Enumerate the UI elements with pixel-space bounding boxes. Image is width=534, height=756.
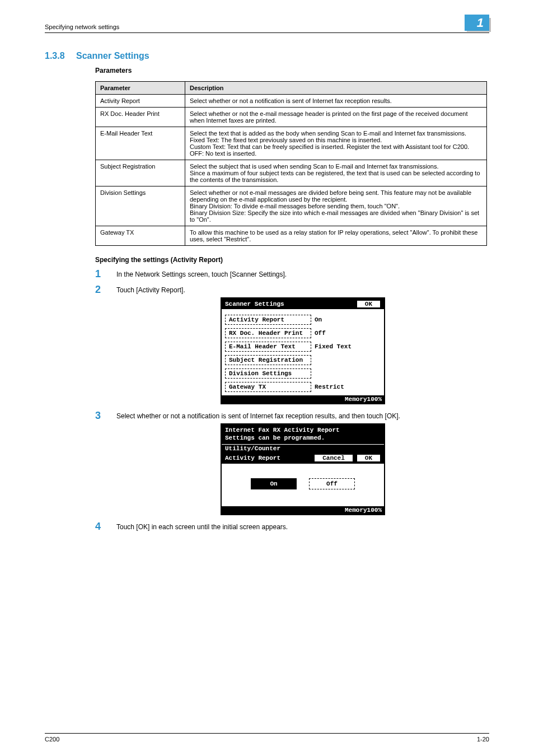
page-footer: C200 1-20 [45,733,489,743]
ss1-memory: Memory100% [222,395,384,403]
ss1-rx-doc-header-button[interactable]: RX Doc. Header Print [225,328,311,338]
section-number: 1.3.8 [45,51,65,60]
ss2-memory: Memory100% [222,506,384,514]
ss2-msg2: Settings can be programmed. [225,434,381,442]
ss2-utility: Utility/Counter [222,444,384,452]
screenshot-activity-report: Internet Fax RX Activity Report Settings… [221,423,385,515]
step-1: In the Network Settings screen, touch [S… [95,270,489,278]
table-row: E-Mail Header TextSelect the text that i… [96,127,487,160]
ss1-email-header-value: Fixed Text [315,343,352,350]
table-row: RX Doc. Header PrintSelect whether or no… [96,108,487,127]
procedure-heading: Specifying the settings (Activity Report… [95,256,489,264]
footer-model: C200 [45,736,59,743]
parameters-heading: Parameters [95,67,489,74]
ss1-activity-report-button[interactable]: Activity Report [225,315,311,325]
parameters-table: Parameter Description Activity ReportSel… [95,81,487,246]
th-parameter: Parameter [96,82,185,95]
ss1-activity-report-value: On [315,316,322,323]
step-4: Touch [OK] in each screen until the init… [95,523,489,531]
th-description: Description [185,82,487,95]
table-row: Division SettingsSelect whether or not e… [96,186,487,226]
ss1-email-header-button[interactable]: E-Mail Header Text [225,342,311,352]
ss2-ok-button[interactable]: OK [357,454,381,462]
ss2-on-button[interactable]: On [251,478,297,489]
ss2-off-button[interactable]: Off [309,478,355,489]
running-head-text: Specifying network settings [45,24,119,30]
ss2-msg1: Internet Fax RX Activity Report [225,426,381,434]
ss2-bar-label: Activity Report [225,455,311,461]
step-3: Select whether or not a notification is … [95,412,489,515]
section-heading: 1.3.8 Scanner Settings [45,51,489,61]
ss1-rx-doc-header-value: Off [315,330,326,337]
running-header: Specifying network settings 1 [45,16,489,33]
table-row: Activity ReportSelect whether or not a n… [96,95,487,108]
ss1-division-button[interactable]: Division Settings [225,368,311,379]
table-row: Subject RegistrationSelect the subject t… [96,160,487,186]
footer-page: 1-20 [477,736,489,743]
ss1-subject-reg-button[interactable]: Subject Registration [225,355,311,365]
screenshot-scanner-settings: Scanner Settings OK Activity ReportOn RX… [221,297,385,404]
ss2-cancel-button[interactable]: Cancel [314,454,353,462]
table-row: Gateway TXTo allow this machine to be us… [96,226,487,246]
ss1-gateway-tx-value: Restrict [315,384,344,390]
ss1-ok-button[interactable]: OK [357,300,381,308]
chapter-badge: 1 [465,16,489,30]
ss1-gateway-tx-button[interactable]: Gateway TX [225,382,311,392]
steps-list: In the Network Settings screen, touch [S… [95,270,489,531]
ss1-title: Scanner Settings [225,301,284,307]
section-title-text: Scanner Settings [76,51,149,60]
step-2: Touch [Activity Report]. Scanner Setting… [95,286,489,404]
